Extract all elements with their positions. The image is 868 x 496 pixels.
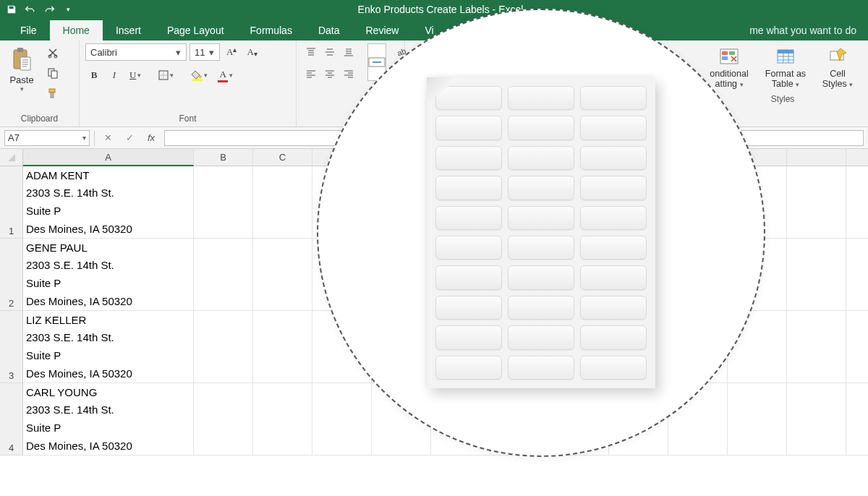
cell[interactable] — [846, 383, 868, 456]
cell-line: 2303 S.E. 14th St. — [26, 258, 132, 273]
undo-icon[interactable] — [23, 2, 38, 17]
cell-line: Suite P — [26, 204, 132, 218]
paste-button[interactable]: Paste ▾ — [6, 43, 38, 95]
redo-icon[interactable] — [42, 2, 56, 17]
label-cell — [435, 236, 502, 260]
decrease-font-icon[interactable]: A▾ — [243, 43, 260, 61]
font-size-combo[interactable]: 11 ▾ — [190, 43, 220, 61]
quick-access-toolbar: ▾ — [4, 2, 75, 17]
name-box[interactable]: A7 ▾ — [4, 130, 90, 146]
svg-rect-18 — [778, 50, 793, 54]
cell-line: CARL YOUNG — [26, 385, 132, 400]
cell[interactable]: GENE PAUL 2303 S.E. 14th St. Suite P Des… — [23, 239, 194, 311]
column-header[interactable]: C — [253, 149, 312, 166]
align-right-icon[interactable] — [340, 65, 357, 82]
tell-me-box[interactable]: me what you want to do — [738, 20, 868, 40]
tab-file[interactable]: File — [7, 20, 50, 40]
cell[interactable]: CARL YOUNG 2303 S.E. 14th St. Suite P De… — [23, 383, 194, 456]
enter-formula-icon[interactable]: ✓ — [121, 130, 138, 146]
align-top-icon[interactable] — [302, 43, 320, 61]
cell-line: Des Moines, IA 50320 — [26, 222, 132, 236]
cell-line: Suite P — [26, 276, 132, 291]
chevron-down-icon[interactable]: ▾ — [82, 134, 86, 142]
italic-button[interactable]: I — [106, 67, 123, 84]
tab-review[interactable]: Review — [353, 20, 412, 40]
conditional-formatting-l2: atting — [715, 79, 737, 89]
label-cell — [580, 356, 647, 380]
fill-color-icon[interactable]: ▾ — [187, 67, 211, 84]
align-left-icon[interactable] — [302, 65, 320, 82]
fx-icon[interactable]: fx — [142, 130, 160, 146]
cell[interactable] — [253, 311, 312, 383]
column-header[interactable]: A — [23, 149, 194, 166]
cell[interactable] — [194, 383, 253, 456]
cell[interactable] — [787, 383, 846, 456]
cell[interactable]: ADAM KENT 2303 S.E. 14th St. Suite P Des… — [23, 166, 194, 239]
cell[interactable] — [846, 166, 868, 239]
align-middle-icon[interactable] — [321, 43, 339, 61]
tab-page-layout[interactable]: Page Layout — [154, 20, 237, 40]
cell[interactable] — [728, 383, 787, 456]
format-as-table-button[interactable]: Format as Table ▾ — [762, 45, 809, 91]
label-cell — [508, 296, 574, 320]
cell[interactable] — [253, 383, 312, 456]
cell-line: ADAM KENT — [26, 168, 132, 183]
font-name-combo[interactable]: Calibri ▾ — [85, 43, 187, 61]
label-cell — [580, 146, 647, 170]
label-cell — [580, 86, 647, 110]
row-header[interactable]: 1 — [0, 166, 23, 239]
qat-customize-icon[interactable]: ▾ — [61, 2, 75, 17]
chevron-down-icon[interactable]: ▾ — [173, 47, 183, 58]
cell[interactable] — [312, 383, 372, 456]
cell-line: Des Moines, IA 50320 — [26, 439, 132, 453]
cell-styles-button[interactable]: Cell Styles ▾ — [819, 45, 856, 91]
cell[interactable] — [194, 166, 253, 239]
underline-button[interactable]: U▾ — [126, 67, 145, 84]
conditional-formatting-button[interactable]: onditional atting ▾ — [706, 45, 752, 91]
cell-line: 2303 S.E. 14th St. — [26, 186, 132, 200]
tab-formulas[interactable]: Formulas — [237, 20, 305, 40]
save-icon[interactable] — [4, 2, 19, 17]
cell-styles-l1: Cell — [830, 69, 846, 79]
select-all-corner[interactable] — [0, 149, 23, 166]
row-header[interactable]: 3 — [0, 311, 23, 383]
align-bottom-icon[interactable] — [340, 43, 357, 61]
name-box-value: A7 — [8, 132, 20, 143]
cell[interactable] — [787, 311, 846, 383]
font-color-icon[interactable]: A▾ — [214, 67, 236, 84]
cell[interactable]: LIZ KELLER 2303 S.E. 14th St. Suite P De… — [23, 311, 194, 383]
cell[interactable] — [787, 239, 846, 311]
cell[interactable] — [787, 166, 846, 239]
borders-icon[interactable]: ▾ — [155, 67, 177, 84]
cancel-formula-icon[interactable]: ✕ — [99, 130, 116, 146]
label-cell — [580, 296, 647, 320]
column-header[interactable]: B — [194, 149, 253, 166]
cell-line: 2303 S.E. 14th St. — [26, 330, 132, 345]
cell-styles-l2: Styles — [822, 79, 847, 89]
svg-rect-14 — [722, 51, 728, 55]
cell[interactable] — [194, 311, 253, 383]
cell[interactable] — [846, 239, 868, 311]
row-header[interactable]: 4 — [0, 383, 23, 456]
cut-icon[interactable] — [43, 45, 62, 61]
tab-home[interactable]: Home — [50, 20, 103, 40]
separator — [94, 130, 95, 146]
column-header[interactable]: L — [846, 149, 868, 166]
label-cell — [508, 176, 574, 200]
increase-font-icon[interactable]: A▴ — [223, 43, 240, 61]
tab-data[interactable]: Data — [305, 20, 353, 40]
align-center-icon[interactable] — [321, 65, 339, 82]
tab-insert[interactable]: Insert — [103, 20, 154, 40]
conditional-formatting-icon — [719, 47, 739, 67]
chevron-down-icon[interactable]: ▾ — [206, 47, 216, 58]
column-header[interactable] — [787, 149, 846, 166]
copy-icon[interactable] — [43, 65, 62, 81]
cell[interactable] — [846, 311, 868, 383]
row-header[interactable]: 2 — [0, 239, 23, 311]
cell[interactable] — [253, 166, 312, 239]
bold-button[interactable]: B — [85, 67, 103, 84]
cell[interactable] — [194, 239, 253, 311]
cell[interactable] — [253, 239, 312, 311]
format-painter-icon[interactable] — [43, 85, 62, 101]
label-cell — [580, 265, 647, 289]
